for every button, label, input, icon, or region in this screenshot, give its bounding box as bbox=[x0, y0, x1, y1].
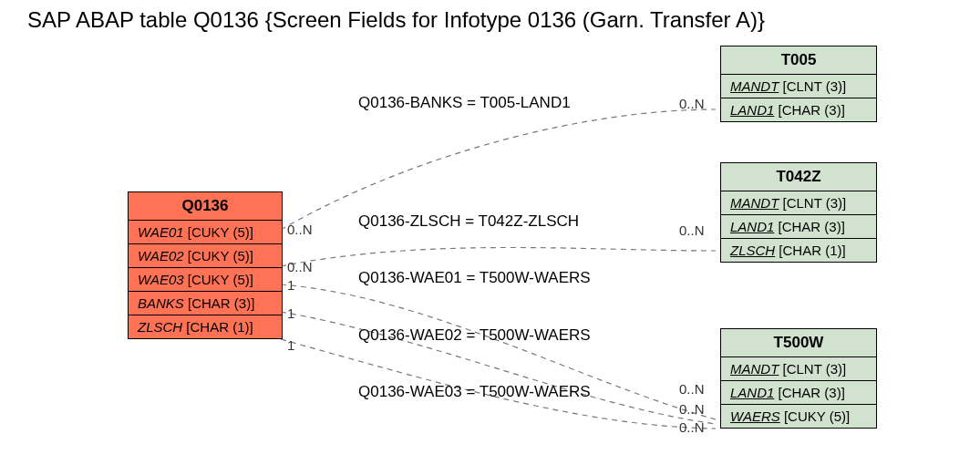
table-q0136: Q0136 WAE01 [CUKY (5)] WAE02 [CUKY (5)] … bbox=[128, 191, 283, 339]
relation-label: Q0136-WAE01 = T500W-WAERS bbox=[358, 269, 591, 287]
cardinality-right: 0..N bbox=[679, 96, 705, 111]
table-row: WAERS [CUKY (5)] bbox=[721, 405, 876, 428]
table-row: ZLSCH [CHAR (1)] bbox=[129, 315, 282, 338]
table-header-t005: T005 bbox=[721, 46, 876, 75]
table-header-t500w: T500W bbox=[721, 329, 876, 357]
cardinality-left: 1 bbox=[287, 337, 294, 353]
relation-label: Q0136-WAE02 = T500W-WAERS bbox=[358, 326, 591, 345]
table-header-t042z: T042Z bbox=[721, 163, 876, 191]
table-header-q0136: Q0136 bbox=[129, 192, 282, 221]
cardinality-left: 0..N bbox=[287, 222, 313, 237]
table-row: MANDT [CLNT (3)] bbox=[721, 75, 876, 98]
cardinality-right: 0..N bbox=[679, 222, 705, 238]
table-t500w: T500W MANDT [CLNT (3)] LAND1 [CHAR (3)] … bbox=[720, 328, 877, 429]
table-row: LAND1 [CHAR (3)] bbox=[721, 381, 876, 405]
table-t042z: T042Z MANDT [CLNT (3)] LAND1 [CHAR (3)] … bbox=[720, 162, 877, 263]
cardinality-right: 0..N bbox=[679, 419, 705, 435]
table-t005: T005 MANDT [CLNT (3)] LAND1 [CHAR (3)] bbox=[720, 46, 877, 122]
page-title: SAP ABAP table Q0136 {Screen Fields for … bbox=[27, 7, 765, 33]
relation-label: Q0136-BANKS = T005-LAND1 bbox=[358, 94, 571, 112]
cardinality-left: 1 bbox=[287, 305, 294, 321]
cardinality-right: 0..N bbox=[679, 401, 705, 417]
relation-label: Q0136-WAE03 = T500W-WAERS bbox=[358, 383, 591, 401]
table-row: BANKS [CHAR (3)] bbox=[129, 292, 282, 315]
table-row: MANDT [CLNT (3)] bbox=[721, 191, 876, 215]
cardinality-left: 1 bbox=[287, 277, 294, 293]
cardinality-left: 0..N bbox=[287, 259, 313, 274]
cardinality-right: 0..N bbox=[679, 381, 705, 397]
table-row: WAE02 [CUKY (5)] bbox=[129, 244, 282, 268]
table-row: LAND1 [CHAR (3)] bbox=[721, 215, 876, 239]
relation-label: Q0136-ZLSCH = T042Z-ZLSCH bbox=[358, 212, 579, 231]
table-row: ZLSCH [CHAR (1)] bbox=[721, 239, 876, 262]
table-row: WAE01 [CUKY (5)] bbox=[129, 221, 282, 244]
table-row: WAE03 [CUKY (5)] bbox=[129, 268, 282, 292]
table-row: MANDT [CLNT (3)] bbox=[721, 357, 876, 381]
table-row: LAND1 [CHAR (3)] bbox=[721, 98, 876, 121]
